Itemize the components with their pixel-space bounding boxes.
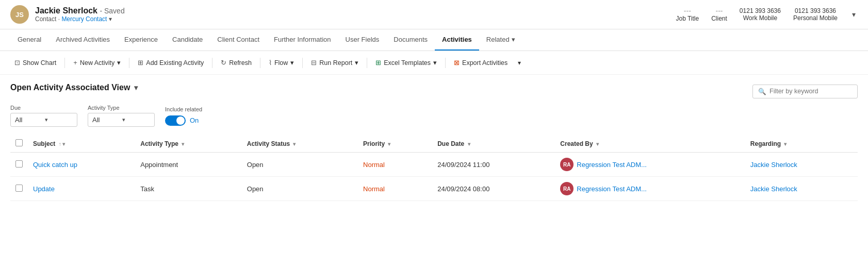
col-priority[interactable]: Priority ▾ <box>358 135 432 153</box>
row-activity-type: Appointment <box>135 153 242 177</box>
activity-table-container: Subject ↑ ▾ Activity Type ▾ Activity Sta… <box>10 135 858 201</box>
show-chart-button[interactable]: ⊡ Show Chart <box>10 56 60 69</box>
flow-button[interactable]: ⌇ Flow ▾ <box>265 56 298 69</box>
toolbar-more-button[interactable]: ▾ <box>515 57 524 69</box>
include-related-toggle[interactable] <box>165 115 186 126</box>
nav-item-archived-activities[interactable]: Archived Activities <box>48 29 117 51</box>
created-by-sort-icon: ▾ <box>596 141 599 147</box>
nav-item-further-information[interactable]: Further Information <box>267 29 338 51</box>
nav-item-related[interactable]: Related ▾ <box>479 29 522 51</box>
work-mobile-field: 0121 393 3636 Work Mobile <box>740 7 781 22</box>
job-title-field: --- Job Title <box>676 7 699 22</box>
row-checkbox[interactable] <box>15 160 23 168</box>
nav-item-activities[interactable]: Activities <box>435 29 479 51</box>
nav-item-general[interactable]: General <box>10 29 48 51</box>
filter-keyword-box: 🔍 <box>752 85 858 98</box>
refresh-button[interactable]: ↻ Refresh <box>217 56 256 69</box>
row-regarding: Jackie Sherlock <box>745 153 858 177</box>
col-activity-type[interactable]: Activity Type ▾ <box>135 135 242 153</box>
nav-bar: General Archived Activities Experience C… <box>0 29 868 51</box>
header: JS Jackie Sherlock - Saved Contact · Mer… <box>0 0 868 29</box>
activity-type-filter-select[interactable]: All ▾ <box>88 113 155 127</box>
filter-keyword-input[interactable] <box>769 88 852 95</box>
row-checkbox-cell <box>10 153 28 177</box>
run-report-icon: ⊟ <box>311 59 317 66</box>
table-row: Update Task Open Normal 24/09/2024 08:00… <box>10 177 858 201</box>
include-related-label: Include related <box>165 106 202 112</box>
personal-mobile-value: 0121 393 3636 <box>795 7 836 14</box>
activity-type-caret-icon: ▾ <box>122 116 150 123</box>
refresh-label: Refresh <box>229 59 252 66</box>
separator-3 <box>212 58 212 68</box>
activity-type-filter-value: All <box>92 116 120 124</box>
client-value: --- <box>716 7 723 15</box>
view-title-chevron-icon[interactable]: ▾ <box>134 84 138 92</box>
separator-4 <box>260 58 260 68</box>
saved-label: - Saved <box>100 7 124 15</box>
add-existing-label: Add Existing Activity <box>146 59 204 66</box>
separator-5 <box>302 58 303 68</box>
row-created-by: RA Regression Test ADM... <box>555 177 745 201</box>
row-priority: Normal <box>358 177 432 201</box>
created-by-link[interactable]: Regression Test ADM... <box>577 161 647 169</box>
row-activity-status: Open <box>242 153 358 177</box>
nav-item-user-fields[interactable]: User Fields <box>338 29 387 51</box>
row-checkbox[interactable] <box>15 185 23 192</box>
header-expand-button[interactable]: ▾ <box>850 8 858 21</box>
row-checkbox-cell <box>10 177 28 201</box>
personal-mobile-label: Personal Mobile <box>793 14 838 22</box>
nav-item-documents[interactable]: Documents <box>386 29 435 51</box>
run-report-button[interactable]: ⊟ Run Report ▾ <box>307 56 363 69</box>
row-subject: Update <box>28 177 135 201</box>
run-report-label: Run Report <box>319 59 352 66</box>
due-filter-group: Due All ▾ <box>10 105 77 127</box>
toggle-state-label: On <box>190 116 199 124</box>
toolbar: ⊡ Show Chart + New Activity ▾ ⊞ Add Exis… <box>0 51 868 75</box>
flow-chevron-icon: ▾ <box>290 59 294 66</box>
due-filter-caret-icon: ▾ <box>45 116 73 123</box>
excel-templates-button[interactable]: ⊞ Excel Templates ▾ <box>371 56 441 69</box>
export-icon: ⊠ <box>454 59 460 66</box>
due-filter-value: All <box>15 116 43 124</box>
row-regarding: Jackie Sherlock <box>745 177 858 201</box>
contact-subtitle: Contact · Mercury Contact ▾ <box>35 15 125 23</box>
row-due-date: 24/09/2024 11:00 <box>432 153 555 177</box>
regarding-sort-icon: ▾ <box>784 141 787 147</box>
col-activity-status[interactable]: Activity Status ▾ <box>242 135 358 153</box>
toggle-knob <box>176 116 185 125</box>
subject-sort-icon: ↑ ▾ <box>59 141 65 147</box>
nav-item-experience[interactable]: Experience <box>117 29 165 51</box>
col-created-by[interactable]: Created By ▾ <box>555 135 745 153</box>
subject-link[interactable]: Update <box>33 185 55 193</box>
separator-7 <box>445 58 446 68</box>
contact-category-link[interactable]: Mercury Contact <box>61 15 107 23</box>
nav-item-candidate[interactable]: Candidate <box>165 29 210 51</box>
col-regarding[interactable]: Regarding ▾ <box>745 135 858 153</box>
plus-icon: + <box>73 59 77 66</box>
separator-6 <box>367 58 367 68</box>
add-existing-button[interactable]: ⊞ Add Existing Activity <box>134 56 208 69</box>
select-all-checkbox[interactable] <box>15 139 23 146</box>
regarding-link[interactable]: Jackie Sherlock <box>750 161 797 169</box>
toggle-row: On <box>165 115 202 126</box>
export-activities-label: Export Activities <box>462 59 507 66</box>
created-by-link[interactable]: Regression Test ADM... <box>577 185 647 193</box>
row-due-date: 24/09/2024 08:00 <box>432 177 555 201</box>
new-activity-button[interactable]: + New Activity ▾ <box>69 56 125 69</box>
row-subject: Quick catch up <box>28 153 135 177</box>
subject-link[interactable]: Quick catch up <box>33 161 77 169</box>
row-priority: Normal <box>358 153 432 177</box>
due-date-sort-icon: ▾ <box>468 141 470 147</box>
job-title-label: Job Title <box>676 15 699 22</box>
work-mobile-value: 0121 393 3636 <box>740 7 781 14</box>
flow-icon: ⌇ <box>269 59 272 66</box>
separator-1 <box>64 58 65 68</box>
regarding-link[interactable]: Jackie Sherlock <box>750 185 797 193</box>
excel-chevron-icon: ▾ <box>433 59 437 66</box>
col-subject[interactable]: Subject ↑ ▾ <box>28 135 135 153</box>
search-icon: 🔍 <box>758 88 766 95</box>
col-due-date[interactable]: Due Date ▾ <box>432 135 555 153</box>
nav-item-client-contact[interactable]: Client Contact <box>210 29 267 51</box>
export-activities-button[interactable]: ⊠ Export Activities <box>450 56 512 69</box>
due-filter-select[interactable]: All ▾ <box>10 113 77 127</box>
